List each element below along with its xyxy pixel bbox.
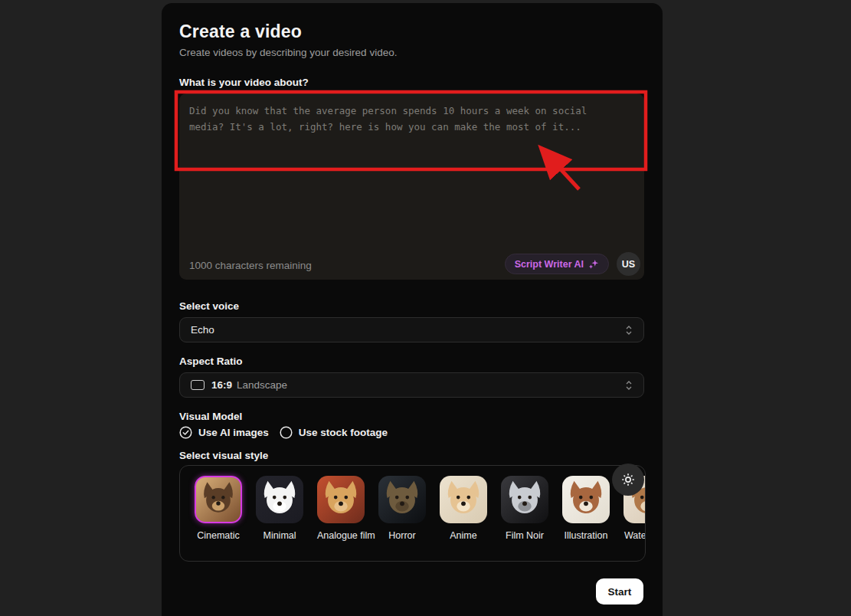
style-card-analogue-film[interactable]: Analogue film: [317, 476, 365, 541]
characters-remaining-text: 1000 characters remaining: [189, 260, 312, 271]
style-thumbnail-illustration[interactable]: [562, 476, 610, 523]
radio-checked-icon: [179, 426, 192, 439]
voice-select[interactable]: Echo: [179, 317, 644, 342]
landscape-rect-icon: [191, 380, 205, 390]
visual-style-list: Cinematic Minimal Analogue film Horror A…: [195, 476, 646, 541]
dog-icon: [256, 476, 303, 523]
visual-style-strip: Cinematic Minimal Analogue film Horror A…: [179, 465, 646, 562]
page-subtitle: Create videos by describing your desired…: [179, 47, 397, 58]
style-thumbnail-film-noir[interactable]: [501, 476, 548, 523]
style-card-label: Cinematic: [195, 530, 242, 541]
voice-select-value: Echo: [191, 324, 214, 336]
page-background: { "header": { "title": "Create a video",…: [0, 0, 851, 616]
dog-icon: [378, 476, 426, 523]
prompt-textarea[interactable]: Did you know that the average person spe…: [179, 93, 644, 280]
aspect-ratio-value: 16:9: [211, 379, 232, 391]
style-settings-button[interactable]: [612, 464, 644, 496]
dog-icon: [317, 476, 365, 523]
style-card-label: Anime: [440, 530, 487, 541]
start-button[interactable]: Start: [596, 578, 643, 605]
page-title: Create a video: [179, 21, 302, 42]
create-video-panel: Create a video Create videos by describi…: [162, 3, 663, 616]
aspect-orientation-value: Landscape: [237, 379, 287, 391]
radio-label: Use stock footage: [299, 427, 388, 438]
radio-use-stock-footage[interactable]: Use stock footage: [280, 426, 388, 439]
visual-model-label: Visual Model: [179, 411, 242, 422]
prompt-placeholder-text: Did you know that the average person spe…: [189, 103, 635, 135]
style-card-horror[interactable]: Horror: [378, 476, 426, 541]
style-thumbnail-horror[interactable]: [378, 476, 426, 523]
dog-icon: [562, 476, 610, 523]
aspect-ratio-select[interactable]: 16:9 Landscape: [179, 372, 644, 398]
style-card-minimal[interactable]: Minimal: [256, 476, 303, 541]
script-writer-ai-button[interactable]: Script Writer AI: [505, 254, 609, 274]
style-thumbnail-cinematic[interactable]: [195, 476, 242, 523]
style-card-label: Watercolor: [624, 530, 646, 541]
sparkles-icon: [588, 259, 599, 270]
radio-unchecked-icon: [280, 426, 293, 439]
dog-icon: [440, 476, 487, 523]
style-card-label: Horror: [378, 530, 426, 541]
style-thumbnail-anime[interactable]: [440, 476, 487, 523]
style-card-label: Illustration: [562, 530, 610, 541]
aspect-ratio-label: Aspect Ratio: [179, 356, 243, 367]
style-card-film-noir[interactable]: Film Noir: [501, 476, 548, 541]
dog-icon: [196, 477, 241, 522]
style-card-label: Analogue film: [317, 530, 365, 541]
visual-style-label: Select visual style: [179, 450, 268, 461]
style-card-label: Film Noir: [501, 530, 548, 541]
style-thumbnail-minimal[interactable]: [256, 476, 303, 523]
style-card-illustration[interactable]: Illustration: [562, 476, 610, 541]
voice-label: Select voice: [179, 300, 239, 312]
script-writer-ai-label: Script Writer AI: [515, 259, 584, 270]
gear-icon: [620, 472, 636, 487]
style-card-cinematic[interactable]: Cinematic: [195, 476, 242, 541]
style-thumbnail-analogue-film[interactable]: [317, 476, 365, 523]
radio-label: Use AI images: [198, 427, 269, 438]
chevron-updown-icon: [625, 380, 633, 391]
style-card-anime[interactable]: Anime: [440, 476, 487, 541]
visual-model-options: Use AI images Use stock footage: [179, 426, 388, 439]
dog-icon: [501, 476, 548, 523]
chevron-updown-icon: [625, 325, 633, 336]
radio-use-ai-images[interactable]: Use AI images: [179, 426, 269, 439]
language-badge[interactable]: US: [617, 252, 640, 276]
style-card-label: Minimal: [256, 530, 303, 541]
prompt-label: What is your video about?: [179, 77, 309, 88]
